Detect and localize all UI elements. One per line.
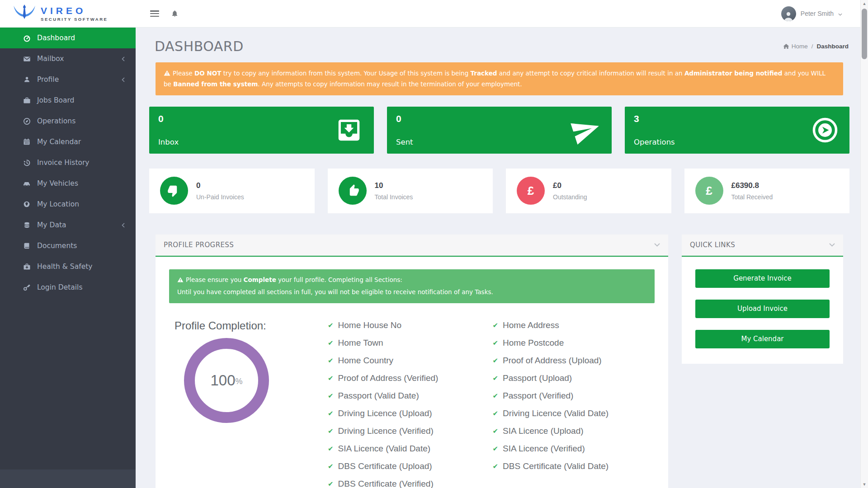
breadcrumb-home-link[interactable]: Home [783, 43, 808, 50]
generate-invoice-button[interactable]: Generate Invoice [695, 269, 830, 288]
car-icon [23, 180, 31, 187]
quick-links-panel: QUICK LINKS Generate Invoice Upload Invo… [682, 235, 843, 364]
checklist-item: ✔Home Town [328, 337, 490, 348]
breadcrumb-current: Dashboard [816, 43, 849, 50]
checklist-item: ✔Driving Licence (Valid Date) [493, 408, 655, 419]
completion-donut-chart: 100 % [184, 338, 269, 423]
checklist-column-1: ✔Home House No ✔Home Town ✔Home Country … [325, 319, 490, 488]
collapse-chevron-icon[interactable] [654, 243, 660, 247]
outstanding-value: £0 [553, 181, 587, 190]
sidebar-item-my-data[interactable]: My Data [0, 215, 136, 235]
notifications-bell-icon[interactable] [171, 9, 179, 18]
briefcase-icon [23, 97, 31, 104]
checklist-item: ✔SIA Licence (Valid Date) [328, 443, 490, 454]
scroll-up-arrow[interactable]: ▲ [861, 1, 868, 6]
checklist-item: ✔Home House No [328, 319, 490, 331]
send-icon [571, 115, 601, 145]
book-icon [23, 242, 31, 249]
checklist-item: ✔SIA Licence (Verified) [493, 443, 655, 454]
brand-name: VIREO [41, 6, 108, 16]
breadcrumb-separator: / [811, 43, 813, 50]
total-invoices-card[interactable]: 10 Total Invoices [328, 169, 493, 213]
sidebar-item-operations[interactable]: Operations [0, 111, 136, 131]
upload-invoice-button[interactable]: Upload Invoice [695, 300, 830, 318]
check-icon: ✔ [328, 443, 334, 454]
location-icon [23, 201, 31, 208]
checklist-item: ✔DBS Certificate (Upload) [328, 460, 490, 472]
gauge-icon [23, 34, 31, 42]
check-icon: ✔ [328, 372, 334, 384]
menu-toggle-button[interactable] [150, 10, 159, 17]
scrollbar-thumb[interactable] [862, 9, 867, 59]
sidebar: Dashboard Mailbox Profile [0, 28, 136, 488]
inbox-count: 0 [158, 113, 365, 124]
chevron-left-icon [122, 77, 125, 82]
quick-links-title: QUICK LINKS [690, 241, 735, 249]
inbox-card[interactable]: 0 Inbox [149, 107, 374, 154]
check-icon: ✔ [493, 425, 499, 436]
sidebar-item-documents[interactable]: Documents [0, 235, 136, 256]
total-received-card[interactable]: £ £6390.8 Total Received [684, 169, 850, 213]
checklist-item: ✔Passport (Valid Date) [328, 390, 490, 401]
my-calendar-button[interactable]: My Calendar [695, 330, 830, 348]
check-icon: ✔ [493, 372, 499, 384]
calendar-icon [23, 138, 31, 145]
profile-notice: Please ensure you Complete your full pro… [169, 269, 655, 303]
operations-card[interactable]: 3 Operations [625, 107, 849, 154]
invoice-stat-cards: 0 Un-Paid Invoices 10 Total Invoices £ £… [149, 169, 849, 213]
compass-ring-icon [811, 117, 839, 144]
chevron-down-icon [838, 9, 842, 18]
database-icon [23, 221, 31, 229]
unpaid-invoices-card[interactable]: 0 Un-Paid Invoices [149, 169, 315, 213]
outstanding-label: Outstanding [553, 193, 587, 201]
sidebar-item-login-details[interactable]: Login Details [0, 277, 136, 298]
medkit-icon [23, 263, 31, 271]
sidebar-item-invoice-history[interactable]: Invoice History [0, 152, 136, 173]
sidebar-item-dashboard[interactable]: Dashboard [0, 28, 136, 48]
sidebar-item-jobs-board[interactable]: Jobs Board [0, 90, 136, 111]
brand-tagline: SECURITY SOFTWARE [41, 17, 108, 22]
brand-logo: VIREO SECURITY SOFTWARE [0, 3, 136, 24]
sidebar-item-my-calendar[interactable]: My Calendar [0, 131, 136, 152]
warning-icon [164, 70, 170, 76]
collapse-chevron-icon[interactable] [829, 243, 835, 247]
vertical-scrollbar[interactable]: ▲ ▼ [860, 0, 868, 488]
unpaid-invoices-value: 0 [196, 181, 244, 190]
security-warning-banner: Please DO NOT try to copy any informatio… [156, 62, 843, 95]
sidebar-item-my-vehicles[interactable]: My Vehicles [0, 173, 136, 194]
pound-icon: £ [517, 177, 545, 205]
checklist-item: ✔Passport (Upload) [493, 372, 655, 384]
completion-label: Profile Completion: [175, 319, 325, 332]
check-icon: ✔ [493, 390, 499, 401]
checklist-item: ✔Driving Licence (Upload) [328, 408, 490, 419]
check-icon: ✔ [328, 478, 334, 488]
checklist-item: ✔SIA Licence (Upload) [493, 425, 655, 436]
warning-icon [177, 277, 184, 282]
checklist-item: ✔DBS Certificate (Valid Date) [493, 460, 655, 472]
scroll-down-arrow[interactable]: ▼ [861, 482, 868, 487]
history-icon [23, 159, 31, 167]
operations-label: Operations [634, 138, 675, 146]
thumbs-up-icon [339, 177, 367, 205]
home-icon [783, 43, 789, 49]
top-bar: VIREO SECURITY SOFTWARE Peter Smith [0, 0, 860, 28]
checklist-column-2: ✔Home Address ✔Home Postcode ✔Proof of A… [490, 319, 655, 488]
main-content: DASHBOARD Home / Dashboard Please DO NOT… [136, 28, 860, 488]
user-icon [23, 76, 31, 83]
check-icon: ✔ [328, 425, 334, 436]
outstanding-card[interactable]: £ £0 Outstanding [506, 169, 671, 213]
sidebar-item-my-location[interactable]: My Location [0, 194, 136, 215]
sent-card[interactable]: 0 Sent [387, 107, 612, 154]
bird-logo-icon [13, 3, 36, 24]
user-menu[interactable]: Peter Smith [781, 6, 842, 21]
sidebar-item-profile[interactable]: Profile [0, 69, 136, 90]
check-icon: ✔ [493, 443, 499, 454]
total-invoices-label: Total Invoices [375, 193, 413, 201]
user-name: Peter Smith [801, 10, 834, 17]
checklist-item: ✔Home Address [493, 319, 655, 331]
sidebar-item-health-safety[interactable]: Health & Safety [0, 256, 136, 277]
sidebar-item-mailbox[interactable]: Mailbox [0, 48, 136, 69]
chevron-left-icon [122, 56, 125, 61]
check-icon: ✔ [328, 319, 334, 331]
profile-progress-title: PROFILE PROGRESS [164, 241, 234, 249]
